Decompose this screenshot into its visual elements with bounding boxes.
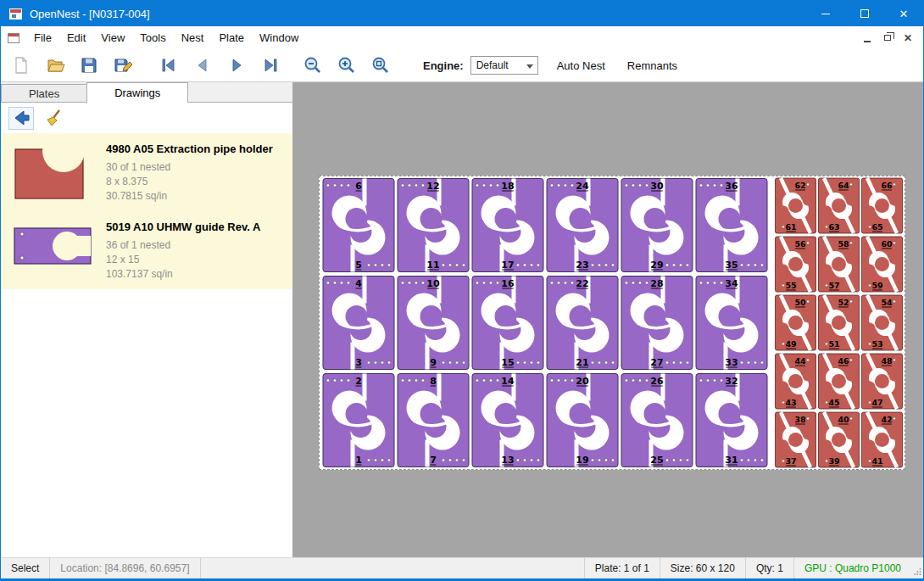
svg-text:46: 46 <box>838 356 849 366</box>
nested-part-pair-red[interactable]: 6665 <box>862 178 903 233</box>
svg-text:12: 12 <box>426 181 439 192</box>
drawing-list-empty-area <box>1 289 292 557</box>
tab-drawings[interactable]: Drawings <box>86 82 188 103</box>
nested-part-pair-purple[interactable]: 21 <box>323 374 394 467</box>
next-plate-button[interactable] <box>223 52 250 79</box>
menu-view[interactable]: View <box>93 27 132 48</box>
nested-part-pair-purple[interactable]: 65 <box>323 179 394 272</box>
svg-text:3: 3 <box>355 357 362 368</box>
engine-dropdown[interactable]: Default <box>470 56 538 75</box>
mdi-minimize-icon <box>864 41 871 42</box>
menu-file[interactable]: File <box>26 27 59 48</box>
nested-part-pair-purple[interactable]: 3231 <box>696 374 767 467</box>
nested-part-pair-purple[interactable]: 1615 <box>472 277 543 370</box>
nested-part-pair-red[interactable]: 4443 <box>776 354 816 409</box>
tab-plates[interactable]: Plates <box>1 84 87 102</box>
menu-window[interactable]: Window <box>252 27 306 48</box>
mdi-restore-button[interactable] <box>879 31 896 46</box>
nested-part-pair-purple[interactable]: 2019 <box>547 374 618 467</box>
nest-plate-svg[interactable]: 6512111817242330293635431091615222128273… <box>320 176 905 469</box>
svg-text:10: 10 <box>426 278 440 289</box>
nested-part-pair-red[interactable]: 4847 <box>862 354 903 409</box>
nested-part-pair-purple[interactable]: 1413 <box>472 374 543 467</box>
nested-part-pair-purple[interactable]: 2827 <box>621 277 693 370</box>
nested-part-pair-purple[interactable]: 2423 <box>547 179 618 272</box>
close-icon: ✕ <box>899 8 909 20</box>
minimize-button[interactable] <box>806 1 845 26</box>
remnants-button[interactable]: Remnants <box>624 56 681 75</box>
zoom-out-button[interactable] <box>299 52 326 79</box>
svg-text:52: 52 <box>838 298 849 307</box>
open-file-button[interactable] <box>42 52 69 79</box>
nested-part-pair-red[interactable]: 5251 <box>819 295 860 350</box>
svg-text:64: 64 <box>838 181 849 190</box>
menu-bar: File Edit View Tools Nest Plate Window ✕ <box>1 26 923 49</box>
drawing-nested-count: 30 of 1 nested <box>106 160 273 175</box>
menu-plate[interactable]: Plate <box>211 27 252 48</box>
zoom-fit-button[interactable] <box>367 52 394 79</box>
drawing-list-item[interactable]: 4980 A05 Extraction pipe holder 30 of 1 … <box>1 133 292 211</box>
mdi-close-button[interactable]: ✕ <box>899 31 916 46</box>
resize-grip[interactable] <box>911 558 923 578</box>
svg-text:13: 13 <box>501 455 514 466</box>
nested-part-pair-red[interactable]: 5655 <box>776 237 816 292</box>
mdi-controls: ✕ <box>859 31 916 46</box>
drawing-info: 4980 A05 Extraction pipe holder 30 of 1 … <box>106 141 273 204</box>
first-plate-button[interactable] <box>155 52 182 79</box>
status-size: Size: 60 x 120 <box>660 558 745 578</box>
nested-part-pair-red[interactable]: 4645 <box>819 354 860 409</box>
svg-text:39: 39 <box>828 456 839 466</box>
mdi-minimize-button[interactable] <box>859 31 876 46</box>
import-drawing-button[interactable] <box>8 107 34 130</box>
zoom-in-button[interactable] <box>333 52 360 79</box>
drawing-size: 8 x 8.375 <box>106 175 273 189</box>
body-area: Plates Drawings <box>1 82 923 557</box>
svg-text:47: 47 <box>871 398 882 407</box>
svg-text:36: 36 <box>725 181 738 192</box>
svg-text:37: 37 <box>785 456 796 466</box>
svg-text:23: 23 <box>576 260 588 271</box>
nested-part-pair-red[interactable]: 4039 <box>819 412 860 467</box>
nested-part-pair-purple[interactable]: 3635 <box>696 179 767 272</box>
nested-part-pair-purple[interactable]: 3029 <box>621 179 693 272</box>
save-as-button[interactable] <box>109 52 136 79</box>
document-window-icon <box>8 33 19 43</box>
plate[interactable]: 6512111817242330293635431091615222128273… <box>319 176 905 470</box>
close-button[interactable]: ✕ <box>884 1 923 26</box>
nested-part-pair-red[interactable]: 5049 <box>776 295 816 350</box>
last-plate-button[interactable] <box>257 52 284 79</box>
next-icon <box>226 55 247 75</box>
new-file-button[interactable] <box>8 52 35 79</box>
save-button[interactable] <box>75 52 103 79</box>
svg-text:9: 9 <box>430 357 437 368</box>
nested-part-pair-red[interactable]: 5453 <box>862 295 903 350</box>
nested-part-pair-red[interactable]: 6463 <box>819 178 860 233</box>
menu-nest[interactable]: Nest <box>174 27 212 48</box>
nested-part-pair-purple[interactable]: 43 <box>323 277 394 370</box>
nested-part-pair-red[interactable]: 6059 <box>862 237 903 292</box>
drawing-list-item[interactable]: 5019 A10 UHMW guide Rev. A 36 of 1 neste… <box>1 211 292 289</box>
menu-edit[interactable]: Edit <box>59 27 93 48</box>
auto-nest-button[interactable]: Auto Nest <box>554 56 609 75</box>
nested-part-pair-red[interactable]: 6261 <box>776 178 816 233</box>
nested-part-pair-red[interactable]: 3837 <box>776 412 816 467</box>
nested-part-pair-purple[interactable]: 2625 <box>621 374 693 467</box>
nested-part-pair-red[interactable]: 5857 <box>819 237 860 292</box>
svg-text:42: 42 <box>881 415 892 424</box>
nested-part-pair-red[interactable]: 4241 <box>862 412 903 467</box>
svg-text:48: 48 <box>881 356 893 366</box>
previous-plate-button[interactable] <box>189 52 216 79</box>
status-mode: Select <box>1 558 50 578</box>
svg-text:60: 60 <box>881 239 893 249</box>
nested-part-pair-purple[interactable]: 3433 <box>696 277 767 370</box>
clean-drawings-button[interactable] <box>41 107 66 130</box>
menu-tools[interactable]: Tools <box>132 27 173 48</box>
nested-part-pair-purple[interactable]: 109 <box>398 277 469 370</box>
nested-part-pair-purple[interactable]: 87 <box>398 374 469 467</box>
maximize-button[interactable] <box>845 1 884 26</box>
svg-text:54: 54 <box>881 298 893 307</box>
nested-part-pair-purple[interactable]: 1211 <box>398 179 469 272</box>
nest-canvas[interactable]: 6512111817242330293635431091615222128273… <box>293 82 923 557</box>
nested-part-pair-purple[interactable]: 2221 <box>547 277 618 370</box>
nested-part-pair-purple[interactable]: 1817 <box>472 179 543 272</box>
